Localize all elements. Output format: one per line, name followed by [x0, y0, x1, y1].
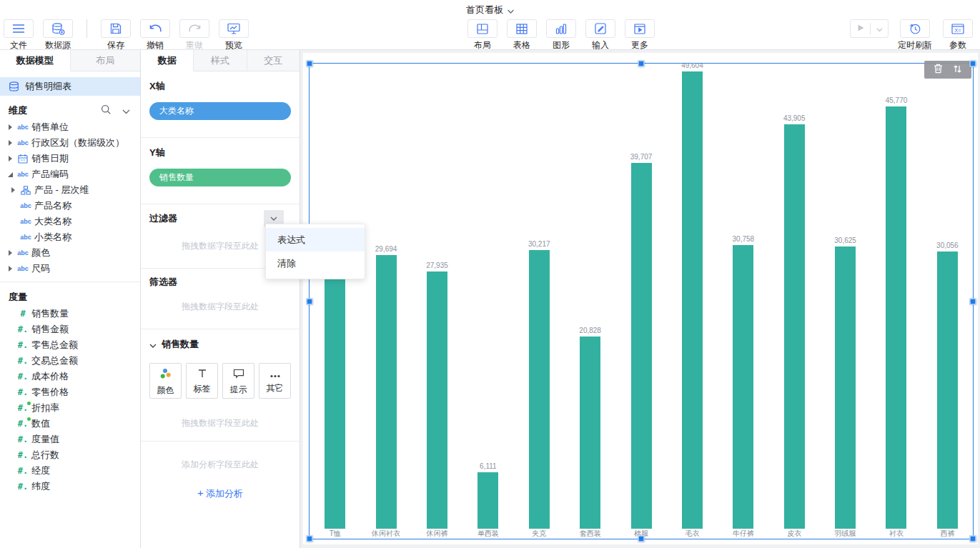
resize-handle-mid-right[interactable]	[970, 298, 976, 304]
expand-arrow-icon[interactable]	[9, 187, 17, 193]
measure-item-label: 零售总金额	[31, 339, 78, 352]
resize-handle-top-right[interactable]	[970, 61, 976, 67]
data-model-tab[interactable]: 布局	[71, 50, 141, 71]
measure-item-sales-amount[interactable]: #.销售金额	[0, 322, 140, 337]
dataset-row[interactable]: 销售明细表	[0, 77, 140, 96]
dimension-item-sales-unit[interactable]: abc销售单位	[0, 119, 140, 135]
switch-widget-button[interactable]	[953, 64, 962, 76]
preview-button[interactable]: 预览	[217, 19, 250, 50]
chart-bar[interactable]	[376, 255, 397, 529]
measure-item-longitude[interactable]: #.经度	[0, 463, 140, 479]
chart-bar[interactable]	[784, 124, 805, 529]
tooltip-mark-button[interactable]: 提示	[222, 363, 254, 399]
dimension-item-sales-date[interactable]: 销售日期	[0, 151, 140, 166]
chart-bar[interactable]	[835, 246, 856, 529]
measure-item-label: 销售金额	[31, 323, 69, 336]
file-button[interactable]: 文件	[2, 19, 35, 50]
chart-bar[interactable]	[477, 472, 498, 529]
chart-bar[interactable]	[631, 163, 652, 529]
analysis-dropzone[interactable]: 添加分析字段至此处	[149, 459, 291, 471]
save-button[interactable]: 保存	[99, 19, 132, 50]
chart-bar[interactable]	[529, 250, 550, 529]
dimension-item-category-name[interactable]: abc大类名称	[0, 214, 140, 229]
delete-widget-button[interactable]	[934, 64, 943, 76]
chart-button[interactable]: 图形	[545, 19, 578, 50]
input-button[interactable]: 输入	[584, 19, 617, 50]
measure-item-retail-price[interactable]: #.零售价格	[0, 384, 140, 400]
label-mark-button[interactable]: 标签	[186, 363, 218, 399]
table-button[interactable]: 表格	[505, 19, 538, 50]
config-tab[interactable]: 数据	[141, 50, 194, 71]
resize-handle-top-mid[interactable]	[638, 61, 645, 67]
measure-item-transaction-total[interactable]: #.交易总金额	[0, 353, 140, 369]
other-mark-button[interactable]: 其它	[259, 363, 291, 399]
chart-bar[interactable]	[580, 337, 600, 529]
parameters-button[interactable]: X=参数	[941, 19, 974, 50]
chevron-down-icon[interactable]	[122, 106, 130, 116]
run-button-group[interactable]	[850, 19, 889, 38]
measure-item-sales-qty[interactable]: #销售数量	[0, 306, 140, 322]
config-tab[interactable]: 样式	[194, 50, 247, 71]
dimension-item-admin-region[interactable]: abc行政区划（数据级次）	[0, 135, 140, 151]
selector-dropzone[interactable]: 拖拽数据字段至此处	[149, 301, 291, 313]
chart-bar[interactable]	[937, 251, 958, 529]
resize-handle-top-left[interactable]	[307, 61, 313, 67]
search-icon[interactable]	[101, 104, 112, 117]
dashboard-title[interactable]: 首页看板	[466, 4, 514, 16]
expand-arrow-icon[interactable]	[6, 156, 14, 161]
x-axis-field-pill[interactable]: 大类名称	[149, 102, 291, 120]
dimension-item-color[interactable]: abc颜色	[0, 245, 140, 261]
dimension-item-product-hierarchy[interactable]: 产品 - 层次维	[0, 182, 140, 198]
dimension-item-subcategory-name[interactable]: abc小类名称	[0, 229, 140, 245]
resize-handle-mid-left[interactable]	[307, 298, 313, 304]
dimension-item-product-code[interactable]: abc产品编码	[0, 166, 140, 182]
chart-bar-group: 39,707	[615, 64, 666, 529]
chart-bar[interactable]	[886, 106, 906, 529]
measure-item-numeric-value[interactable]: #.数值	[0, 416, 140, 432]
measure-item-measure-value[interactable]: #.度量值	[0, 432, 140, 447]
expand-arrow-icon[interactable]	[6, 140, 14, 146]
layout-button[interactable]: 布局	[466, 19, 499, 50]
color-mark-button[interactable]: 颜色	[149, 363, 182, 399]
text-field-icon: abc	[17, 202, 34, 209]
dropdown-menu-item[interactable]: 清除	[266, 251, 365, 275]
config-tab[interactable]: 交互	[247, 50, 300, 71]
more-button[interactable]: 更多	[623, 19, 656, 50]
x-axis-category-label: 夹克	[514, 529, 565, 538]
refresh-timer-button[interactable]: 定时刷新	[898, 19, 932, 50]
data-model-tab[interactable]: 数据模型	[0, 50, 71, 71]
measure-item-discount-rate[interactable]: #.折扣率	[0, 400, 140, 416]
datasource-button[interactable]: 数据源	[41, 19, 74, 50]
measure-section-header[interactable]: 销售数量	[149, 336, 291, 353]
measure-item-cost-price[interactable]: #.成本价格	[0, 369, 140, 384]
measure-item-latitude[interactable]: #.纬度	[0, 479, 140, 494]
parameters-label: 参数	[949, 41, 966, 50]
chart-bar[interactable]	[733, 245, 753, 529]
mark-dropzone[interactable]: 拖拽数据字段至此处	[149, 417, 291, 429]
undo-button[interactable]: 撤销	[139, 19, 172, 50]
expand-arrow-icon[interactable]	[6, 266, 14, 271]
resize-handle-bottom-left[interactable]	[307, 536, 313, 542]
dimension-item-product-name[interactable]: abc产品名称	[0, 198, 140, 214]
dimensions-header: 维度	[0, 102, 140, 119]
x-axis-category-label: 休闲衬衣	[360, 529, 411, 538]
chart-icon	[546, 19, 576, 38]
chart-bar[interactable]	[427, 271, 447, 529]
chart-bar[interactable]	[325, 264, 345, 529]
add-analysis-link[interactable]: +添加分析	[149, 487, 291, 500]
measure-item-retail-total[interactable]: #.零售总金额	[0, 337, 140, 353]
chart-bar-group: 45,770	[871, 64, 921, 529]
redo-button[interactable]: 重做	[178, 19, 211, 50]
y-axis-field-pill[interactable]: 销售数量	[149, 169, 291, 186]
tooltip-bubble-icon	[233, 369, 244, 382]
dimension-item-size[interactable]: abc尺码	[0, 261, 140, 277]
resize-handle-bottom-mid[interactable]	[638, 536, 645, 542]
measure-item-row-count[interactable]: #.总行数	[0, 447, 140, 463]
expand-arrow-icon[interactable]	[6, 124, 14, 130]
chart-bar[interactable]	[682, 71, 703, 529]
collapse-arrow-icon[interactable]	[6, 172, 14, 177]
expand-arrow-icon[interactable]	[6, 250, 14, 256]
resize-handle-bottom-right[interactable]	[970, 536, 976, 542]
dropdown-menu-item[interactable]: 表达式	[266, 228, 365, 251]
dashboard-canvas[interactable]: 29,69427,9356,11130,21720,82839,70749,60…	[300, 50, 980, 548]
